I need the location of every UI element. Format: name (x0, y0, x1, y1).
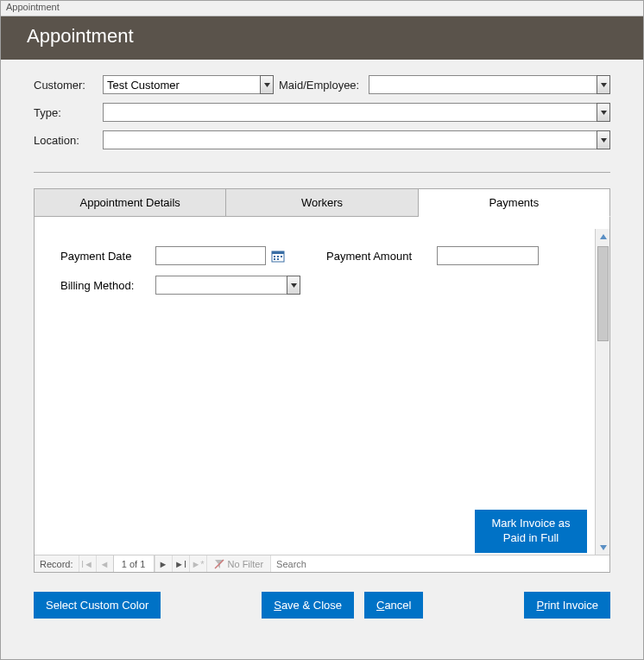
chevron-down-icon (600, 545, 607, 550)
row-location: Location: (34, 130, 610, 149)
page-title: Appointment (27, 25, 134, 47)
scroll-up-button[interactable] (596, 229, 610, 244)
maid-combo[interactable] (369, 75, 610, 94)
customer-label: Customer: (34, 79, 103, 92)
svg-rect-5 (274, 258, 275, 260)
record-navigation-bar: Record: I◄ ◄ 1 of 1 ► ►I ►* No Filter (35, 555, 609, 572)
type-combo[interactable] (103, 103, 610, 122)
location-combo[interactable] (103, 130, 610, 149)
page-header: Appointment (1, 16, 643, 60)
customer-combo[interactable] (103, 75, 274, 94)
button-label: Mark Invoice as Paid in Full (491, 517, 570, 544)
payment-date-input[interactable] (155, 246, 266, 265)
record-prev-button[interactable]: ◄ (96, 555, 113, 572)
filter-icon (214, 559, 224, 569)
tab-label: Appointment Details (79, 196, 180, 209)
row-billing-method: Billing Method: (60, 276, 568, 295)
mark-invoice-paid-button[interactable]: Mark Invoice as Paid in Full (475, 510, 587, 553)
cancel-button[interactable]: Cancel (364, 592, 423, 619)
record-position[interactable]: 1 of 1 (113, 555, 155, 572)
customer-input[interactable] (103, 75, 260, 94)
svg-rect-6 (277, 258, 279, 260)
chevron-down-icon (601, 138, 607, 143)
maid-label: Maid/Employee: (274, 79, 369, 92)
save-close-button[interactable]: Save & Close (262, 592, 354, 619)
row-type: Type: (34, 103, 610, 122)
chevron-up-icon (600, 234, 607, 239)
maid-input[interactable] (369, 75, 597, 94)
tab-payments[interactable]: Payments (419, 188, 610, 217)
window-titlebar: Appointment (1, 1, 643, 16)
billing-method-dropdown-button[interactable] (287, 276, 300, 295)
button-label-rest: ave & Close (281, 599, 342, 612)
tab-body: Payment Date Pa (34, 217, 610, 573)
location-dropdown-button[interactable] (597, 130, 610, 149)
customer-dropdown-button[interactable] (260, 75, 274, 94)
vertical-scrollbar[interactable] (595, 229, 609, 555)
window-title: Appointment (6, 2, 60, 12)
svg-rect-4 (281, 256, 282, 257)
calendar-icon[interactable] (271, 249, 285, 263)
record-search-box[interactable] (270, 555, 609, 572)
record-first-button[interactable]: I◄ (79, 555, 96, 572)
record-new-button[interactable]: ►* (189, 555, 206, 572)
tabs-container: Appointment Details Workers Payments Pay… (34, 188, 610, 573)
tab-label: Payments (489, 196, 539, 209)
record-search-input[interactable] (271, 555, 609, 572)
divider (34, 172, 610, 173)
svg-rect-3 (277, 256, 279, 257)
button-label: S (274, 599, 281, 612)
form-area: Customer: Maid/Employee: Type: (1, 60, 643, 162)
location-label: Location: (34, 134, 103, 147)
billing-method-label: Billing Method: (60, 279, 155, 292)
billing-method-input[interactable] (155, 276, 287, 295)
no-filter-indicator[interactable]: No Filter (206, 555, 271, 572)
record-last-button[interactable]: ►I (172, 555, 189, 572)
tab-appointment-details[interactable]: Appointment Details (34, 188, 226, 217)
scroll-down-button[interactable] (596, 540, 610, 555)
no-filter-label: No Filter (228, 559, 264, 569)
payment-amount-label: Payment Amount (326, 250, 437, 263)
appointment-window: Appointment Appointment Customer: Maid/E… (0, 0, 644, 660)
svg-rect-2 (274, 256, 275, 257)
button-label-rest: ancel (384, 599, 411, 612)
billing-method-combo[interactable] (155, 276, 300, 295)
chevron-down-icon (291, 283, 297, 288)
record-next-button[interactable]: ► (155, 555, 172, 572)
select-custom-color-button[interactable]: Select Custom Color (34, 592, 161, 619)
chevron-down-icon (264, 83, 270, 87)
button-label: P (536, 599, 544, 612)
type-dropdown-button[interactable] (597, 103, 610, 122)
payment-date-label: Payment Date (60, 250, 155, 263)
scroll-thumb[interactable] (597, 246, 609, 341)
row-customer-maid: Customer: Maid/Employee: (34, 75, 610, 94)
payment-amount-input[interactable] (437, 246, 539, 265)
button-label: Select Custom Color (46, 599, 148, 612)
payments-panel: Payment Date Pa (35, 217, 594, 555)
tab-label: Workers (301, 196, 343, 209)
type-label: Type: (34, 106, 103, 119)
location-input[interactable] (103, 130, 597, 149)
button-label: C (376, 599, 384, 612)
button-label-rest: rint Invoice (544, 599, 598, 612)
svg-rect-1 (272, 251, 284, 254)
tab-workers[interactable]: Workers (226, 188, 418, 217)
print-invoice-button[interactable]: Print Invoice (524, 592, 610, 619)
row-payment-date-amount: Payment Date Pa (60, 246, 568, 265)
tab-strip: Appointment Details Workers Payments (34, 188, 610, 217)
record-label: Record: (35, 555, 79, 572)
footer-buttons: Select Custom Color Save & Close Cancel … (1, 573, 643, 636)
chevron-down-icon (601, 111, 607, 115)
maid-dropdown-button[interactable] (597, 75, 610, 94)
type-input[interactable] (103, 103, 597, 122)
chevron-down-icon (601, 83, 607, 87)
